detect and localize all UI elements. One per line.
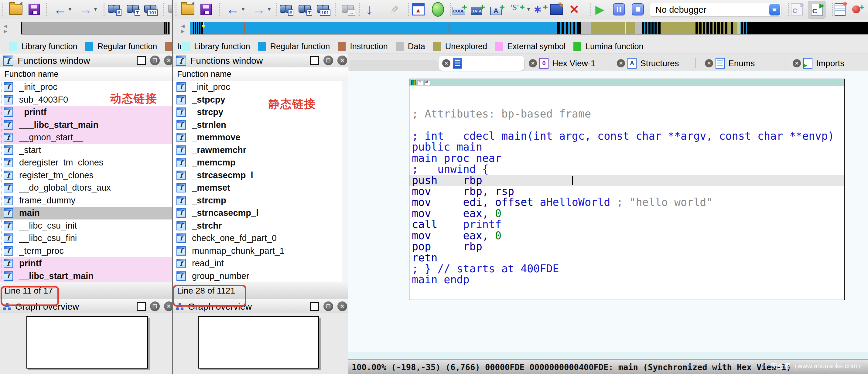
- function-row[interactable]: printf: [0, 257, 172, 270]
- function-row[interactable]: _strcasecmp_l: [173, 169, 348, 182]
- debugger-run-button[interactable]: ▶: [595, 0, 604, 19]
- disassembly-line[interactable]: retn: [409, 252, 844, 263]
- function-row[interactable]: _memmove: [173, 131, 348, 144]
- navigate-back-dropdown[interactable]: ▼: [241, 0, 246, 19]
- graph-minimap-box[interactable]: [198, 316, 319, 369]
- function-row[interactable]: _strncasecmp_l: [173, 207, 348, 219]
- navigation-band-right[interactable]: [190, 22, 868, 35]
- function-row[interactable]: _strchr: [173, 219, 348, 232]
- tab-structures[interactable]: ✕ A Structures: [613, 56, 679, 71]
- tab-hex-view[interactable]: ✕ 0 Hex View-1: [525, 56, 596, 71]
- execute-script-button[interactable]: C▶: [808, 1, 826, 19]
- function-row[interactable]: __libc_start_main: [0, 270, 172, 283]
- navigate-back-dropdown[interactable]: ▼: [67, 0, 72, 19]
- disassembly-line[interactable]: ; Attributes: bp-based frame: [409, 108, 844, 119]
- search-text-button[interactable]: T: [126, 0, 139, 19]
- cascade-button[interactable]: ❐: [323, 56, 333, 65]
- search-immediate-button[interactable]: #: [279, 0, 292, 19]
- make-data-button[interactable]: DATA+: [471, 0, 485, 19]
- cascade-button[interactable]: ❐: [150, 56, 160, 65]
- graph-overview-canvas[interactable]: [173, 313, 348, 374]
- restore-button[interactable]: [137, 56, 146, 65]
- function-row[interactable]: deregister_tm_clones: [0, 156, 172, 169]
- navigate-forward-button[interactable]: →: [79, 0, 92, 19]
- toolbar-drag-handle[interactable]: [176, 3, 178, 16]
- make-string-dropdown[interactable]: ▼: [526, 0, 531, 19]
- function-row[interactable]: frame_dummy: [0, 194, 172, 207]
- problems-button[interactable]: ▲: [412, 0, 425, 19]
- close-icon[interactable]: ✕: [705, 59, 713, 67]
- open-file-button[interactable]: [9, 0, 23, 19]
- make-code-button[interactable]: CODE+: [453, 0, 466, 19]
- search-clipped-button[interactable]: [168, 0, 172, 19]
- restore-button[interactable]: [310, 302, 319, 311]
- search-text-button[interactable]: T: [298, 0, 311, 19]
- undefine-button[interactable]: ✕: [569, 0, 580, 19]
- function-list[interactable]: _init_proc_stpcpy_strcpy_strnlen_memmove…: [173, 81, 348, 282]
- save-button[interactable]: [200, 0, 212, 19]
- restore-button[interactable]: [310, 56, 319, 65]
- functions-window-titlebar[interactable]: Functions window ❐ ✕: [173, 53, 348, 68]
- disassembly-line[interactable]: main proc near: [409, 153, 844, 164]
- debugger-select[interactable]: No debugger: [650, 3, 781, 17]
- disassembly-line[interactable]: push rbp: [409, 175, 844, 186]
- tab-ida-view[interactable]: ✕: [439, 56, 524, 71]
- search-again-button[interactable]: →: [341, 0, 354, 19]
- palette-icon[interactable]: [411, 80, 416, 85]
- navband-scroll-arrows[interactable]: ◀▶: [2, 23, 8, 35]
- functions-window-titlebar[interactable]: Functions window ❐ ✕: [0, 53, 172, 68]
- edit-icon[interactable]: [417, 80, 423, 85]
- disassembly-line[interactable]: ; __unwind {: [409, 164, 844, 175]
- cascade-button[interactable]: ❐: [150, 302, 160, 311]
- cascade-button[interactable]: ❐: [323, 302, 333, 311]
- navigate-forward-button[interactable]: →: [252, 0, 266, 19]
- open-file-button[interactable]: [181, 0, 194, 19]
- save-button[interactable]: [29, 0, 40, 19]
- function-row[interactable]: _stpcpy: [173, 94, 348, 106]
- function-row[interactable]: _printf: [0, 106, 172, 119]
- highlight-lock-button[interactable]: ✎: [390, 0, 399, 19]
- function-row[interactable]: __do_global_dtors_aux: [0, 182, 172, 194]
- inactive-tab-stub[interactable]: [349, 60, 438, 71]
- close-button[interactable]: ✕: [337, 302, 347, 311]
- navigation-band-left[interactable]: [21, 22, 170, 35]
- navigate-forward-dropdown[interactable]: ▼: [93, 0, 98, 19]
- disassembly-line[interactable]: ; } // starts at 400FDE: [409, 263, 844, 274]
- function-row[interactable]: main: [0, 207, 172, 219]
- graph-minimap-box[interactable]: [26, 316, 148, 369]
- jump-button[interactable]: ↓: [366, 0, 373, 19]
- function-row[interactable]: register_tm_clones: [0, 169, 172, 182]
- function-row[interactable]: _start: [0, 144, 172, 157]
- toolbar-drag-handle[interactable]: [2, 3, 5, 16]
- edit-comment-button[interactable]: [550, 0, 563, 19]
- child-window-titlebar[interactable]: [409, 79, 844, 86]
- debugger-stop-button[interactable]: [632, 0, 644, 19]
- navigate-back-button[interactable]: ←: [226, 0, 239, 19]
- function-row[interactable]: _term_proc: [0, 245, 172, 257]
- column-header[interactable]: Function name: [0, 67, 172, 81]
- tab-enums[interactable]: ✕ Enums: [701, 56, 755, 71]
- function-row[interactable]: munmap_chunk_part_1: [173, 245, 348, 257]
- navigate-forward-dropdown[interactable]: ▼: [267, 0, 272, 19]
- restore-button[interactable]: [137, 302, 146, 311]
- search-immediate-button[interactable]: #: [107, 0, 120, 19]
- graph-overview-canvas[interactable]: [0, 313, 172, 374]
- function-row[interactable]: _rawmemchr: [173, 144, 348, 157]
- close-icon[interactable]: ✕: [617, 59, 625, 67]
- function-row[interactable]: _memset: [173, 182, 348, 194]
- sync-icon[interactable]: [425, 80, 430, 85]
- close-button[interactable]: ✕: [337, 56, 347, 65]
- compile-file-button[interactable]: C➤: [791, 0, 803, 19]
- search-sequence-button[interactable]: 101: [144, 0, 157, 19]
- disassembly-listing[interactable]: ; Attributes: bp-based frame; int __cdec…: [409, 86, 844, 300]
- function-row[interactable]: group_number: [173, 270, 348, 283]
- disassembly-line[interactable]: call printf: [409, 219, 844, 230]
- make-string-button[interactable]: 'S'+: [510, 0, 524, 19]
- disassembly-line[interactable]: ; int __cdecl main(int argc, const char …: [409, 130, 844, 142]
- make-array-button[interactable]: ∗+: [533, 0, 547, 19]
- function-row[interactable]: __libc_csu_fini: [0, 232, 172, 245]
- disassembly-line[interactable]: [409, 86, 844, 97]
- disassembly-line[interactable]: pop rbp: [409, 241, 844, 252]
- scrollbar-track[interactable]: [343, 81, 348, 282]
- disassembly-line[interactable]: public main: [409, 142, 844, 152]
